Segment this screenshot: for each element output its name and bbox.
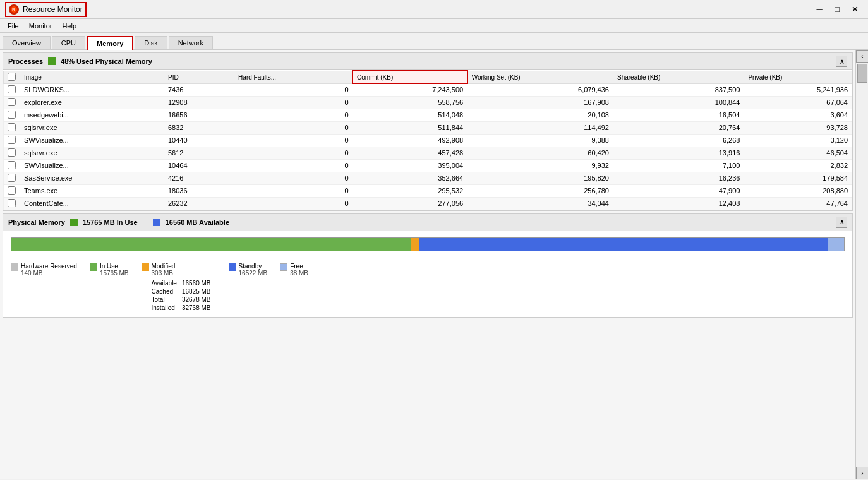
memory-bar-container [3, 231, 852, 258]
cell-image: SLDWORKS... [20, 83, 164, 96]
cell-commit: 511,844 [353, 121, 467, 134]
cell-commit: 352,664 [353, 172, 467, 184]
cell-hard-faults: 0 [234, 184, 353, 197]
tab-cpu[interactable]: CPU [52, 36, 85, 49]
cell-commit: 277,056 [353, 197, 467, 210]
row-checkbox[interactable] [8, 148, 16, 157]
cell-hard-faults: 0 [234, 134, 353, 147]
col-commit[interactable]: Commit (KB) [353, 71, 467, 83]
table-row[interactable]: Teams.exe 18036 0 295,532 256,780 47,900… [4, 184, 852, 197]
title-bar: R Resource Monitor [5, 2, 87, 17]
legend-dot-gray [11, 263, 18, 271]
table-row[interactable]: sqlsrvr.exe 5612 0 457,428 60,420 13,916… [4, 147, 852, 159]
cell-private: 3,604 [744, 109, 852, 121]
row-checkbox[interactable] [8, 98, 16, 106]
col-private[interactable]: Private (KB) [744, 71, 852, 83]
col-checkbox [4, 71, 20, 83]
cell-private: 5,241,936 [744, 83, 852, 96]
cell-image: SWVisualize... [20, 159, 164, 172]
table-row[interactable]: sqlsrvr.exe 6832 0 511,844 114,492 20,76… [4, 121, 852, 134]
legend-dot-green [90, 263, 97, 271]
cell-shareable: 12,408 [613, 197, 744, 210]
cell-commit: 514,048 [353, 109, 467, 121]
row-checkbox[interactable] [8, 174, 16, 182]
menu-monitor[interactable]: Monitor [24, 21, 57, 31]
cell-hard-faults: 0 [234, 109, 353, 121]
cell-hard-faults: 0 [234, 83, 353, 96]
cell-working-set: 20,108 [467, 109, 613, 121]
table-row[interactable]: SLDWORKS... 7436 0 7,243,500 6,079,436 8… [4, 83, 852, 96]
cell-shareable: 16,504 [613, 109, 744, 121]
detail-label-available: Available [152, 279, 182, 287]
scroll-thumb[interactable] [857, 64, 867, 83]
col-hard-faults[interactable]: Hard Faults... [234, 71, 353, 83]
row-checkbox[interactable] [8, 161, 16, 169]
col-pid[interactable]: PID [164, 71, 234, 83]
tab-disk[interactable]: Disk [135, 36, 167, 49]
detail-label-cached: Cached [152, 287, 182, 296]
row-checkbox[interactable] [8, 199, 16, 207]
memory-inuse-badge: 15765 MB In Use [83, 219, 138, 226]
cell-pid: 12908 [164, 96, 234, 109]
legend-modified: Modified 303 MB Available16560 MB Cached… [142, 263, 216, 312]
tab-memory[interactable]: Memory [87, 36, 133, 50]
processes-collapse-button[interactable]: ∧ [836, 56, 847, 67]
scroll-track [856, 63, 868, 467]
legend-hardware-reserved: Hardware Reserved 140 MB [11, 263, 77, 277]
row-checkbox[interactable] [8, 111, 16, 119]
table-row[interactable]: ContentCafe... 26232 0 277,056 34,044 12… [4, 197, 852, 210]
memory-collapse-button[interactable]: ∧ [836, 217, 847, 228]
cell-pid: 6832 [164, 121, 234, 134]
col-working-set[interactable]: Working Set (KB) [467, 71, 613, 83]
table-row[interactable]: SasService.exe 4216 0 352,664 195,820 16… [4, 172, 852, 184]
cell-pid: 10440 [164, 134, 234, 147]
cell-commit: 558,756 [353, 96, 467, 109]
legend-dot-orange [142, 263, 149, 271]
row-checkbox[interactable] [8, 136, 16, 144]
tab-network[interactable]: Network [169, 36, 213, 49]
cell-hard-faults: 0 [234, 172, 353, 184]
row-checkbox[interactable] [8, 186, 16, 195]
scroll-down-button[interactable]: › [856, 467, 868, 479]
processes-table: Image PID Hard Faults... Commit (KB) Wor… [3, 70, 852, 210]
select-all-checkbox[interactable] [8, 73, 16, 81]
table-row[interactable]: explorer.exe 12908 0 558,756 167,908 100… [4, 96, 852, 109]
row-checkbox[interactable] [8, 123, 16, 131]
cell-hard-faults: 0 [234, 147, 353, 159]
window-controls: ─ □ ✕ [811, 3, 863, 16]
cell-private: 179,584 [744, 172, 852, 184]
detail-value-cached: 16825 MB [182, 287, 216, 296]
menu-file[interactable]: File [3, 21, 24, 31]
memory-available-dot [153, 219, 160, 226]
legend-dot-lightblue [280, 263, 287, 271]
close-button[interactable]: ✕ [847, 3, 863, 16]
legend-label-hardware: Hardware Reserved [21, 263, 77, 270]
cell-hard-faults: 0 [234, 121, 353, 134]
menu-help[interactable]: Help [57, 21, 81, 31]
cell-working-set: 34,044 [467, 197, 613, 210]
memory-inuse-dot [70, 219, 78, 226]
cell-pid: 10464 [164, 159, 234, 172]
bar-lightblue-segment [828, 238, 844, 251]
scroll-up-button[interactable]: ‹ [856, 50, 868, 63]
minimize-button[interactable]: ─ [811, 3, 828, 16]
bar-green-segment [11, 238, 411, 251]
table-row[interactable]: msedgewebi... 16656 0 514,048 20,108 16,… [4, 109, 852, 121]
col-image[interactable]: Image [20, 71, 164, 83]
window-title: Resource Monitor [23, 5, 83, 14]
maximize-button[interactable]: □ [829, 3, 845, 16]
legend-value-inuse: 15765 MB [100, 270, 129, 277]
cell-shareable: 13,916 [613, 147, 744, 159]
table-row[interactable]: SWVisualize... 10464 0 395,004 9,932 7,1… [4, 159, 852, 172]
physical-memory-section: Physical Memory 15765 MB In Use 16560 MB… [3, 213, 853, 318]
processes-table-wrapper[interactable]: Image PID Hard Faults... Commit (KB) Wor… [3, 70, 852, 210]
cell-commit: 457,428 [353, 147, 467, 159]
detail-value-available: 16560 MB [182, 279, 216, 287]
table-row[interactable]: SWVisualize... 10440 0 492,908 9,388 6,2… [4, 134, 852, 147]
cell-image: explorer.exe [20, 96, 164, 109]
col-shareable[interactable]: Shareable (KB) [613, 71, 744, 83]
physical-memory-title: Physical Memory [8, 219, 65, 226]
row-checkbox[interactable] [8, 85, 16, 93]
tab-overview[interactable]: Overview [3, 36, 51, 49]
cell-working-set: 256,780 [467, 184, 613, 197]
